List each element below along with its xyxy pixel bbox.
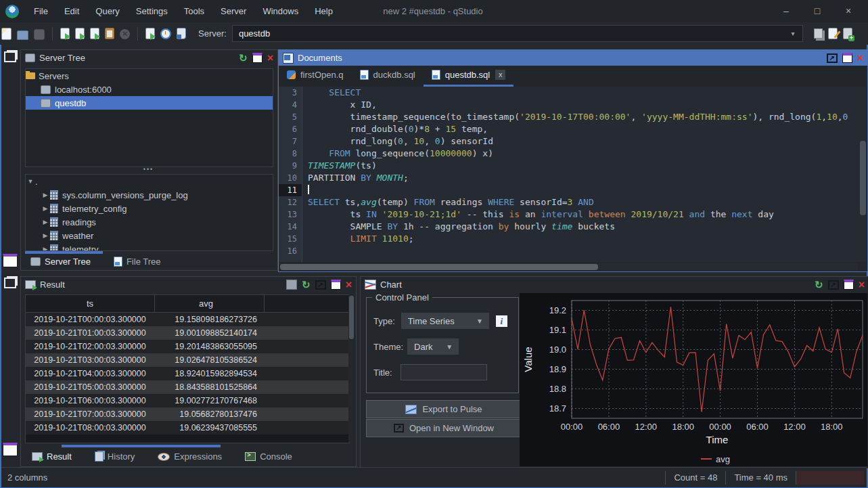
table-row[interactable]: 2019-10-21T06:00:03.30000019.00277217076… — [26, 394, 349, 407]
new-file-icon[interactable] — [1, 28, 12, 40]
result-vscrollbar[interactable] — [348, 294, 355, 442]
restore-pane-icon[interactable] — [3, 254, 18, 267]
tree-hscrollbar[interactable] — [25, 251, 103, 254]
close-panel-icon[interactable]: × — [857, 53, 863, 63]
tree-node-table-weather[interactable]: ▶weather — [26, 229, 273, 242]
server-select[interactable]: questdb ▾ — [232, 25, 803, 42]
result-hscrollbar[interactable] — [62, 445, 221, 447]
code-token: is — [509, 209, 520, 219]
copy-icon[interactable] — [814, 28, 823, 39]
run-query-icon[interactable] — [60, 28, 70, 39]
tree-node-table-telemetry-config[interactable]: ▶telemetry_config — [26, 202, 273, 215]
table-row[interactable]: 2019-10-21T05:00:03.30000018.84358810152… — [26, 380, 349, 394]
cancel-query-icon[interactable] — [120, 29, 130, 39]
script-icon[interactable] — [177, 28, 186, 39]
tree-node-localhost-6000[interactable]: localhost:6000 — [26, 83, 273, 96]
refresh-icon[interactable]: ↻ — [302, 280, 311, 290]
info-icon[interactable]: i — [496, 315, 507, 327]
tree-splitter[interactable]: ••• — [25, 166, 272, 174]
send-query-icon[interactable] — [145, 28, 155, 39]
refresh-icon[interactable]: ↻ — [815, 280, 823, 290]
close-tab-icon[interactable]: x — [495, 70, 505, 80]
chevron-collapsed-icon: ▶ — [41, 232, 50, 239]
doc-tab-firstOpen-q[interactable]: firstOpen.q — [279, 65, 352, 87]
tab-expressions[interactable]: Expressions — [155, 449, 225, 464]
table-row[interactable]: 2019-10-21T01:00:03.30000019.00109885214… — [26, 326, 349, 340]
tree-node-table-readings[interactable]: ▶readings — [26, 215, 273, 229]
popout-panel-icon[interactable]: ↗ — [828, 280, 839, 290]
export-result-icon[interactable] — [286, 280, 297, 290]
open-file-icon[interactable] — [17, 30, 28, 40]
close-button[interactable]: × — [833, 0, 864, 22]
table-icon — [50, 244, 58, 251]
tree-node-schema-root[interactable]: ▼. — [26, 175, 273, 188]
result-table[interactable]: tsavg2019-10-21T00:00:03.30000019.158098… — [25, 294, 350, 443]
code-line: SELECT — [308, 87, 866, 99]
tree-node-questdb[interactable]: questdb — [26, 96, 273, 110]
chart-type-select[interactable]: Time Series ▼ — [401, 313, 489, 329]
run-selection-icon[interactable] — [90, 28, 99, 39]
tab-server-tree[interactable]: Server Tree — [28, 254, 93, 269]
column-header-avg[interactable]: avg — [155, 295, 265, 312]
chart-theme-select[interactable]: Dark ▼ — [407, 338, 459, 355]
menu-query[interactable]: Query — [87, 0, 127, 22]
add-server-icon[interactable] — [843, 28, 852, 39]
editor-hscrollbar[interactable] — [279, 263, 858, 271]
dock-windows-icon[interactable] — [4, 51, 16, 62]
edit-icon[interactable] — [828, 28, 838, 39]
editor-vscrollbar[interactable] — [859, 87, 867, 262]
menu-settings[interactable]: Settings — [128, 0, 176, 22]
popout-panel-icon[interactable]: ↗ — [827, 53, 838, 63]
paste-icon[interactable] — [105, 28, 114, 39]
gutter-line-number: 3 — [279, 87, 302, 99]
dock-windows-icon[interactable] — [4, 278, 16, 288]
refresh-icon[interactable]: ↻ — [239, 53, 248, 63]
timer-icon[interactable] — [160, 28, 171, 39]
export-to-pulse-button[interactable]: Export to Pulse — [366, 400, 522, 418]
tab-file-tree[interactable]: File Tree — [111, 254, 164, 269]
menu-edit[interactable]: Edit — [56, 0, 87, 22]
tab-console[interactable]: Console — [242, 449, 295, 464]
close-panel-icon[interactable]: × — [346, 280, 352, 290]
maximize-panel-icon[interactable] — [844, 280, 854, 290]
sql-file-icon — [432, 70, 440, 80]
table-row[interactable]: 2019-10-21T07:00:03.30000019.05682780137… — [26, 407, 349, 421]
cell-ts: 2019-10-21T06:00:03.300000 — [26, 396, 154, 405]
restore-pane-icon[interactable] — [3, 443, 18, 456]
close-panel-icon[interactable]: × — [859, 280, 865, 290]
tab-result[interactable]: Result — [29, 449, 74, 464]
code-line: LIMIT 11010; — [308, 233, 866, 245]
popout-panel-icon[interactable]: ↗ — [315, 280, 326, 290]
server-icon — [30, 257, 41, 266]
maximize-panel-icon[interactable] — [252, 53, 262, 63]
cell-avg: 19.06239437085555 — [154, 423, 264, 432]
chart-title-input[interactable] — [401, 364, 487, 380]
menu-tools[interactable]: Tools — [176, 0, 212, 22]
maximize-panel-icon[interactable] — [331, 280, 341, 290]
tab-history[interactable]: History — [92, 449, 137, 464]
chevron-down-icon: ▼ — [476, 317, 489, 325]
open-in-new-window-button[interactable]: ↗ Open in New Window — [366, 419, 522, 437]
code-token: 8 — [424, 124, 430, 134]
menu-file[interactable]: File — [26, 0, 56, 22]
maximize-panel-icon[interactable] — [842, 53, 852, 63]
table-row[interactable]: 2019-10-21T02:00:03.30000019.20148386305… — [26, 340, 349, 353]
table-row[interactable]: 2019-10-21T04:00:03.30000018.92401598289… — [26, 367, 349, 380]
doc-tab-duckdb-sql[interactable]: duckdb.sql — [352, 65, 424, 87]
save-icon[interactable] — [34, 29, 45, 40]
history-icon — [95, 451, 104, 462]
table-row[interactable]: 2019-10-21T08:00:03.30000019.06239437085… — [26, 421, 349, 435]
maximize-button[interactable]: □ — [802, 0, 833, 22]
tree-node-table-telemetry[interactable]: ▶telemetry — [26, 242, 273, 251]
doc-tab-questdb-sql[interactable]: questdb.sqlx — [424, 65, 514, 87]
close-panel-icon[interactable]: × — [267, 53, 273, 63]
code-editor[interactable]: 345678910111213141516 SELECT x ID, times… — [279, 87, 866, 262]
tree-node-servers[interactable]: Servers — [26, 69, 273, 83]
column-header-ts[interactable]: ts — [26, 295, 155, 312]
tree-node-table-sys-column-versions-purge-log[interactable]: ▶sys.column_versions_purge_log — [26, 188, 273, 202]
menu-server[interactable]: Server — [212, 0, 254, 22]
run-line-icon[interactable] — [75, 28, 85, 39]
table-row[interactable]: 2019-10-21T00:00:03.30000019.15809818627… — [26, 313, 349, 326]
minimize-button[interactable]: – — [771, 0, 802, 22]
table-row[interactable]: 2019-10-21T03:00:03.30000019.02647810538… — [26, 353, 349, 367]
